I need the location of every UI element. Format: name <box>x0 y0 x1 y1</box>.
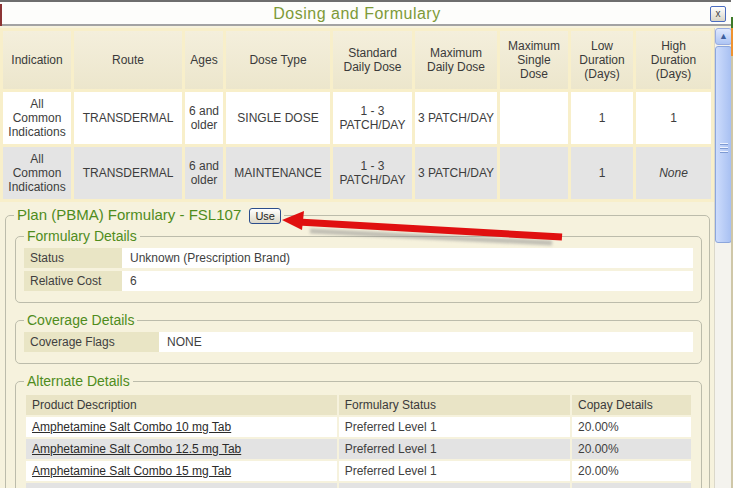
column-header-maximum-daily-dose: Maximum Daily Dose <box>415 31 497 89</box>
copay-cell: 20.00% <box>572 417 691 437</box>
cell-standard-daily-dose: 1 - 3 PATCH/DAY <box>333 147 412 199</box>
status-label: Status <box>24 248 122 268</box>
dosing-table-container: Indication Route Ages Dose Type Standard… <box>0 28 714 202</box>
page-title: Dosing and Formulary <box>0 5 714 23</box>
cell-ages: 6 and older <box>185 92 223 144</box>
copay-cell: 20.00% <box>572 439 691 459</box>
formulary-details-legend: Formulary Details <box>24 228 140 244</box>
vertical-scrollbar[interactable]: ▲ <box>714 28 731 488</box>
column-header-maximum-single-dose: Maximum Single Dose <box>500 31 568 89</box>
scroll-up-icon[interactable]: ▲ <box>715 28 732 45</box>
status-row: Status Unknown (Prescription Brand) <box>24 248 693 268</box>
relative-cost-label: Relative Cost <box>24 271 122 291</box>
alternate-header-row: Product Description Formulary Status Cop… <box>26 395 691 415</box>
scrollbar-thumb[interactable] <box>715 46 732 243</box>
alternate-details-legend: Alternate Details <box>24 373 133 389</box>
alternate-details-fieldset: Alternate Details Product Description Fo… <box>15 373 702 488</box>
column-header-high-duration: High Duration (Days) <box>636 31 711 89</box>
product-link[interactable]: Amphetamine Salt Combo 10 mg Tab <box>32 420 231 434</box>
table-row: All Common Indications TRANSDERMAL 6 and… <box>3 92 711 144</box>
cell-high-duration: 1 <box>636 92 711 144</box>
dosing-formulary-dialog: { "window": { "title": "Dosing and Formu… <box>0 0 733 488</box>
title-bar: Dosing and Formulary x <box>0 0 733 26</box>
column-header-product-description: Product Description <box>26 395 337 415</box>
cell-route: TRANSDERMAL <box>74 147 182 199</box>
cell-standard-daily-dose: 1 - 3 PATCH/DAY <box>333 92 412 144</box>
column-header-route: Route <box>74 31 182 89</box>
product-link[interactable]: Amphetamine Salt Combo 15 mg Tab <box>32 464 231 478</box>
column-header-dose-type: Dose Type <box>226 31 330 89</box>
column-header-copay-details: Copay Details <box>572 395 691 415</box>
cell-indication: All Common Indications <box>3 147 71 199</box>
cell-ages: 6 and older <box>185 147 223 199</box>
cell-maximum-daily-dose: 3 PATCH/DAY <box>415 147 497 199</box>
use-button[interactable]: Use <box>249 208 281 224</box>
cell-maximum-single-dose <box>500 92 568 144</box>
formulary-status-cell: Preferred Level 1 <box>339 461 570 481</box>
cell-high-duration: None <box>636 147 711 199</box>
cell-dose-type: SINGLE DOSE <box>226 92 330 144</box>
column-header-indication: Indication <box>3 31 71 89</box>
alternate-details-table: Product Description Formulary Status Cop… <box>24 393 693 488</box>
copay-cell: 20.00% <box>572 483 691 488</box>
plan-formulary-legend: Plan (PBMA) Formulary - FSL107 Use <box>14 206 284 224</box>
formulary-details-fieldset: Formulary Details Status Unknown (Prescr… <box>15 228 702 303</box>
dosing-table: Indication Route Ages Dose Type Standard… <box>0 28 714 202</box>
column-header-ages: Ages <box>185 31 223 89</box>
dosing-header-row: Indication Route Ages Dose Type Standard… <box>3 31 711 89</box>
cell-low-duration: 1 <box>571 92 633 144</box>
relative-cost-value: 6 <box>122 271 693 291</box>
cell-dose-type: MAINTENANCE <box>226 147 330 199</box>
formulary-status-cell: Preferred Level 1 <box>339 417 570 437</box>
table-row: Amphetamine Salt Combo 20 mg Tab Preferr… <box>26 483 691 488</box>
column-header-formulary-status: Formulary Status <box>339 395 570 415</box>
formulary-section: Plan (PBMA) Formulary - FSL107 Use Formu… <box>0 202 714 488</box>
cell-indication: All Common Indications <box>3 92 71 144</box>
cell-maximum-single-dose <box>500 147 568 199</box>
table-row: Amphetamine Salt Combo 10 mg Tab Preferr… <box>26 417 691 437</box>
table-row: Amphetamine Salt Combo 12.5 mg Tab Prefe… <box>26 439 691 459</box>
close-icon[interactable]: x <box>710 6 726 22</box>
table-row: All Common Indications TRANSDERMAL 6 and… <box>3 147 711 199</box>
plan-formulary-fieldset: Plan (PBMA) Formulary - FSL107 Use Formu… <box>5 206 710 488</box>
coverage-flags-label: Coverage Flags <box>24 332 159 352</box>
table-row: Amphetamine Salt Combo 15 mg Tab Preferr… <box>26 461 691 481</box>
coverage-details-legend: Coverage Details <box>24 312 137 328</box>
cell-maximum-daily-dose: 3 PATCH/DAY <box>415 92 497 144</box>
status-value: Unknown (Prescription Brand) <box>122 248 693 268</box>
cell-low-duration: 1 <box>571 147 633 199</box>
relative-cost-row: Relative Cost 6 <box>24 271 693 291</box>
column-header-low-duration: Low Duration (Days) <box>571 31 633 89</box>
coverage-details-fieldset: Coverage Details Coverage Flags NONE <box>15 312 702 364</box>
cell-route: TRANSDERMAL <box>74 92 182 144</box>
formulary-status-cell: Preferred Level 1 <box>339 483 570 488</box>
formulary-status-cell: Preferred Level 1 <box>339 439 570 459</box>
product-link[interactable]: Amphetamine Salt Combo 12.5 mg Tab <box>32 442 241 456</box>
plan-formulary-title: Plan (PBMA) Formulary - FSL107 <box>17 206 241 223</box>
scrollbar-grip-icon <box>720 141 728 151</box>
coverage-flags-row: Coverage Flags NONE <box>24 332 693 352</box>
column-header-standard-daily-dose: Standard Daily Dose <box>333 31 412 89</box>
coverage-flags-value: NONE <box>159 332 693 352</box>
copay-cell: 20.00% <box>572 461 691 481</box>
